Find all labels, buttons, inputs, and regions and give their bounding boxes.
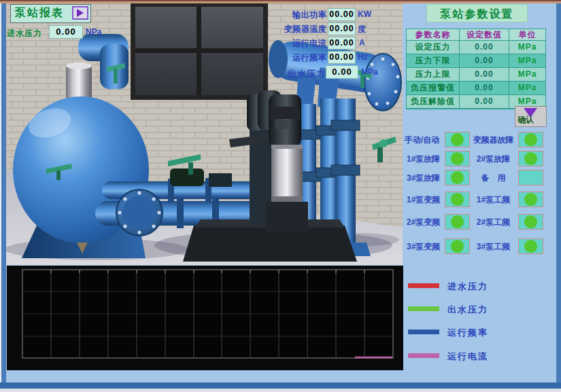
play-icon [77, 9, 84, 17]
status-label: 3#泵工频 [469, 241, 517, 253]
pressure-tank [13, 96, 149, 258]
outlet-pressure-unit: MPa [361, 67, 378, 77]
status-indicator [445, 192, 470, 207]
trend-chart-grid [7, 266, 403, 370]
status-indicator [518, 214, 543, 230]
param-value[interactable]: 0.00 [460, 41, 509, 54]
status-label: 手动/自动 [405, 135, 445, 146]
metric-unit: A [359, 38, 365, 48]
frame-border-left [0, 3, 6, 384]
status-indicator [518, 170, 543, 185]
status-indicator [445, 132, 470, 147]
metric-value: 00.00 [328, 37, 356, 50]
metric-value: 00.00 [328, 22, 356, 35]
led-icon [524, 215, 537, 228]
status-label: 1#泵变频 [407, 194, 447, 206]
metric-unit: 度 [358, 24, 366, 35]
legend-label: 出水压力 [447, 304, 488, 316]
param-value[interactable]: 0.00 [460, 95, 509, 109]
legend-swatch-current [408, 353, 439, 358]
trend-chart [7, 266, 403, 370]
param-value[interactable]: 0.00 [460, 68, 509, 82]
status-indicator [445, 170, 470, 185]
status-indicator [518, 192, 543, 207]
param-name: 压力上限 [407, 68, 460, 82]
led-icon [451, 133, 464, 146]
param-unit: MPa [509, 54, 545, 68]
led-icon [451, 193, 464, 206]
report-button[interactable]: 泵站报表 [10, 4, 91, 23]
param-name: 负压解除值 [407, 95, 460, 109]
status-indicator [518, 151, 543, 166]
status-indicator [518, 132, 543, 147]
legend-swatch-frequency [408, 329, 439, 334]
confirm-button[interactable]: 确认 [515, 106, 547, 127]
param-unit: MPa [509, 68, 545, 82]
led-icon [524, 193, 537, 206]
metric-label: 运行频率 [271, 52, 326, 64]
status-label: 2#泵工频 [469, 217, 517, 228]
report-play-button[interactable] [72, 6, 88, 20]
frame-edge-bottom [0, 389, 561, 392]
report-button-label: 泵站报表 [15, 6, 64, 20]
led-icon [524, 133, 537, 146]
inlet-pressure-unit: NPa [86, 27, 101, 37]
legend-item: 进水压力 [408, 281, 524, 291]
status-indicator [445, 238, 470, 254]
status-indicator [445, 214, 470, 230]
led-icon [451, 171, 464, 184]
metric-value: 00.00 [328, 51, 356, 64]
status-label: 3#泵故障 [407, 173, 447, 184]
metric-label: 变频器温度 [271, 24, 326, 35]
status-label: 变频器故障 [469, 135, 517, 146]
status-label: 2#泵故障 [469, 154, 517, 165]
frame-border-bottom [0, 382, 561, 389]
metric-label: 运行电流 [271, 38, 326, 50]
inlet-pressure-label: 进水压力 [7, 28, 42, 39]
led-icon [524, 152, 537, 165]
col-header-unit: 单位 [509, 29, 545, 41]
confirm-button-label: 确认 [517, 114, 534, 126]
led-icon [524, 240, 537, 253]
led-icon [451, 152, 464, 165]
led-icon [451, 215, 464, 228]
param-value[interactable]: 0.00 [460, 82, 509, 95]
status-indicator [518, 238, 543, 254]
legend-item: 运行电流 [408, 351, 524, 361]
param-value[interactable]: 0.00 [460, 54, 509, 68]
settings-table: 参数名称 设定数值 单位 设定压力 0.00 MPa 压力下限 0.00 MPa… [406, 29, 546, 109]
pump-station-hmi: 泵站报表 进水压力 0.00 NPa 输出功率 00.00 KW 变频器温度 0… [0, 0, 561, 392]
status-label: 1#泵故障 [407, 154, 447, 165]
window [131, 3, 268, 100]
param-name: 负压报警值 [407, 82, 460, 95]
metric-value: 00.00 [328, 8, 356, 21]
legend-label: 运行频率 [447, 327, 488, 339]
param-name: 压力下限 [407, 54, 460, 68]
status-label: 1#泵工频 [469, 194, 517, 206]
outlet-pressure-label: 出水压力 [288, 68, 326, 80]
status-indicator [445, 151, 470, 166]
metric-unit: KW [358, 10, 371, 19]
metric-label: 输出功率 [271, 10, 326, 21]
frame-border-right [556, 3, 561, 384]
param-unit: MPa [509, 41, 545, 54]
metric-unit: Hz [358, 52, 368, 62]
inlet-pressure-value: 0.00 [49, 25, 83, 39]
col-header-value: 设定数值 [460, 29, 509, 41]
led-icon [451, 240, 464, 253]
legend-swatch-outlet [408, 306, 439, 311]
legend-label: 进水压力 [447, 281, 488, 293]
col-header-name: 参数名称 [407, 29, 460, 41]
legend-swatch-inlet [408, 283, 439, 288]
param-unit: MPa [509, 82, 545, 95]
param-name: 设定压力 [407, 41, 460, 54]
status-label: 2#泵变频 [407, 217, 447, 228]
legend-item: 出水压力 [408, 304, 524, 315]
legend-item: 运行频率 [408, 327, 524, 338]
settings-panel-title: 泵站参数设置 [426, 4, 528, 22]
outlet-pressure-value: 0.00 [326, 65, 358, 79]
status-label: 3#泵变频 [407, 241, 447, 253]
status-label: 备 用 [469, 173, 517, 184]
legend-label: 运行电流 [447, 351, 488, 363]
